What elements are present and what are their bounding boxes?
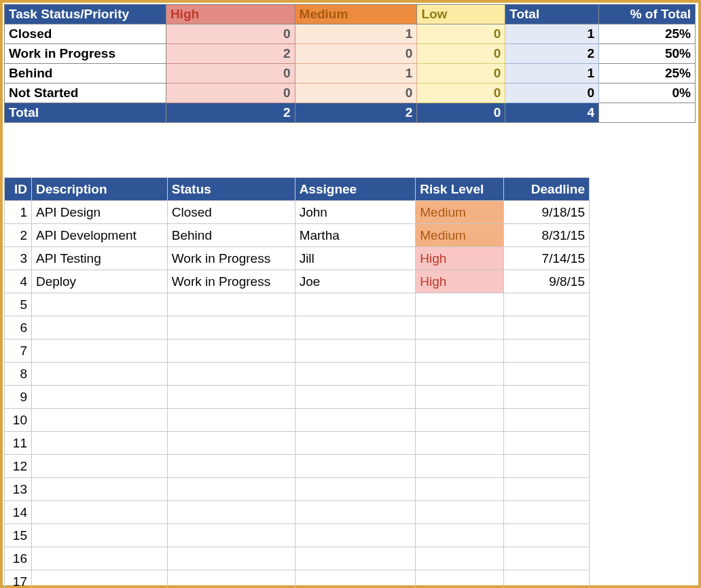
task-cell-id[interactable]: 4 — [5, 270, 32, 293]
task-cell-id[interactable]: 9 — [5, 386, 32, 409]
task-cell-assignee[interactable]: John — [295, 201, 416, 224]
task-cell-status[interactable] — [167, 293, 295, 316]
tasks-header-id[interactable]: ID — [5, 178, 32, 201]
task-cell-assignee[interactable] — [295, 524, 416, 547]
task-cell-assignee[interactable] — [295, 409, 416, 432]
task-cell-description[interactable] — [31, 455, 167, 478]
task-cell-id[interactable]: 3 — [5, 247, 32, 270]
pivot-cell-total[interactable]: 0 — [505, 84, 599, 103]
task-cell-assignee[interactable] — [295, 455, 416, 478]
task-cell-deadline[interactable] — [504, 455, 590, 478]
task-cell-deadline[interactable]: 8/31/15 — [504, 224, 590, 247]
task-cell-status[interactable] — [167, 316, 295, 339]
task-cell-risk[interactable] — [416, 478, 504, 501]
pivot-cell-low[interactable]: 0 — [417, 44, 505, 64]
pivot-footer-total[interactable]: 4 — [505, 103, 599, 123]
task-cell-deadline[interactable] — [504, 524, 590, 547]
tasks-header-description[interactable]: Description — [31, 178, 167, 201]
pivot-header-low[interactable]: Low — [417, 5, 505, 24]
tasks-header-risk[interactable]: Risk Level — [416, 178, 504, 201]
pivot-row-label[interactable]: Closed — [5, 24, 166, 44]
pivot-cell-pct[interactable]: 50% — [599, 44, 696, 64]
task-cell-description[interactable]: API Development — [31, 224, 167, 247]
task-cell-id[interactable]: 12 — [5, 455, 32, 478]
pivot-footer-pct[interactable] — [599, 103, 696, 123]
task-cell-deadline[interactable] — [504, 432, 590, 455]
task-cell-risk[interactable] — [416, 293, 504, 316]
task-cell-status[interactable] — [167, 455, 295, 478]
pivot-cell-total[interactable]: 1 — [505, 24, 599, 44]
task-cell-risk[interactable] — [416, 432, 504, 455]
task-cell-deadline[interactable] — [504, 501, 590, 524]
task-cell-deadline[interactable]: 9/18/15 — [504, 201, 590, 224]
task-cell-id[interactable]: 11 — [5, 432, 32, 455]
task-cell-id[interactable]: 6 — [5, 316, 32, 339]
task-cell-id[interactable]: 1 — [5, 201, 32, 224]
task-cell-assignee[interactable]: Martha — [295, 224, 416, 247]
pivot-cell-med[interactable]: 0 — [295, 84, 417, 103]
task-cell-description[interactable] — [31, 386, 167, 409]
task-cell-assignee[interactable] — [295, 547, 416, 570]
task-cell-description[interactable]: Deploy — [31, 270, 167, 293]
pivot-row-label[interactable]: Not Started — [5, 84, 166, 103]
task-cell-deadline[interactable] — [504, 547, 590, 570]
pivot-cell-low[interactable]: 0 — [417, 24, 505, 44]
task-cell-status[interactable]: Closed — [167, 201, 295, 224]
pivot-cell-low[interactable]: 0 — [417, 64, 505, 84]
pivot-table[interactable]: Task Status/Priority High Medium Low Tot… — [4, 4, 696, 123]
task-cell-status[interactable]: Behind — [167, 224, 295, 247]
pivot-cell-high[interactable]: 2 — [166, 44, 295, 64]
task-cell-status[interactable] — [167, 363, 295, 386]
pivot-cell-total[interactable]: 2 — [505, 44, 599, 64]
pivot-cell-low[interactable]: 0 — [417, 84, 505, 103]
task-cell-assignee[interactable] — [295, 570, 416, 589]
task-cell-status[interactable] — [167, 547, 295, 570]
pivot-row-label[interactable]: Behind — [5, 64, 166, 84]
pivot-header-pct[interactable]: % of Total — [599, 5, 696, 24]
task-cell-status[interactable] — [167, 386, 295, 409]
pivot-cell-pct[interactable]: 25% — [599, 24, 696, 44]
pivot-row-label[interactable]: Work in Progress — [5, 44, 166, 64]
task-cell-status[interactable] — [167, 524, 295, 547]
task-cell-risk[interactable] — [416, 501, 504, 524]
task-cell-risk[interactable] — [416, 524, 504, 547]
task-cell-risk[interactable] — [416, 339, 504, 363]
task-cell-description[interactable] — [31, 524, 167, 547]
task-cell-risk[interactable]: High — [416, 247, 504, 270]
task-cell-description[interactable] — [31, 478, 167, 501]
task-cell-status[interactable] — [167, 432, 295, 455]
task-cell-deadline[interactable]: 7/14/15 — [504, 247, 590, 270]
task-cell-status[interactable] — [167, 339, 295, 363]
pivot-footer-label[interactable]: Total — [5, 103, 166, 123]
task-cell-id[interactable]: 15 — [5, 524, 32, 547]
task-cell-deadline[interactable] — [504, 386, 590, 409]
task-cell-deadline[interactable] — [504, 293, 590, 316]
task-cell-risk[interactable] — [416, 316, 504, 339]
task-cell-description[interactable] — [31, 316, 167, 339]
task-cell-assignee[interactable] — [295, 478, 416, 501]
task-cell-status[interactable]: Work in Progress — [167, 247, 295, 270]
task-cell-id[interactable]: 5 — [5, 293, 32, 316]
pivot-cell-high[interactable]: 0 — [166, 24, 295, 44]
task-cell-assignee[interactable] — [295, 293, 416, 316]
task-cell-risk[interactable]: Medium — [416, 201, 504, 224]
task-cell-assignee[interactable]: Joe — [295, 270, 416, 293]
pivot-cell-high[interactable]: 0 — [166, 84, 295, 103]
task-cell-assignee[interactable]: Jill — [295, 247, 416, 270]
task-cell-deadline[interactable] — [504, 570, 590, 589]
pivot-cell-med[interactable]: 1 — [295, 24, 417, 44]
task-cell-risk[interactable] — [416, 363, 504, 386]
pivot-cell-high[interactable]: 0 — [166, 64, 295, 84]
task-cell-status[interactable] — [167, 501, 295, 524]
task-cell-status[interactable] — [167, 409, 295, 432]
task-cell-id[interactable]: 10 — [5, 409, 32, 432]
task-cell-assignee[interactable] — [295, 316, 416, 339]
task-cell-id[interactable]: 16 — [5, 547, 32, 570]
task-cell-id[interactable]: 8 — [5, 363, 32, 386]
pivot-footer-low[interactable]: 0 — [417, 103, 505, 123]
task-cell-assignee[interactable] — [295, 339, 416, 363]
task-cell-id[interactable]: 14 — [5, 501, 32, 524]
task-cell-risk[interactable]: High — [416, 270, 504, 293]
task-cell-assignee[interactable] — [295, 501, 416, 524]
task-cell-description[interactable] — [31, 409, 167, 432]
